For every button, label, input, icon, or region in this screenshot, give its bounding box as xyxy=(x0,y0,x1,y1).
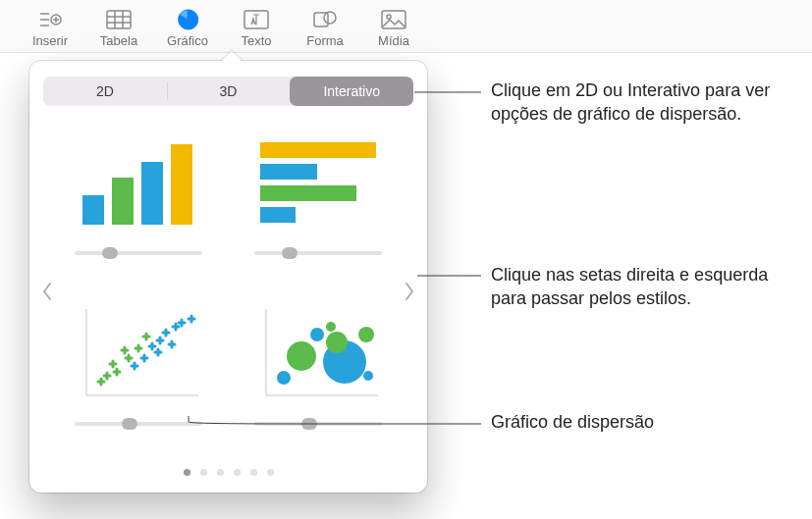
callout-scatter: Gráfico de dispersão xyxy=(491,410,785,434)
callout-arrows: Clique nas setas direita e esquerda para… xyxy=(491,263,805,311)
callout-tabs: Clique em 2D ou Interativo para ver opçõ… xyxy=(491,78,785,127)
